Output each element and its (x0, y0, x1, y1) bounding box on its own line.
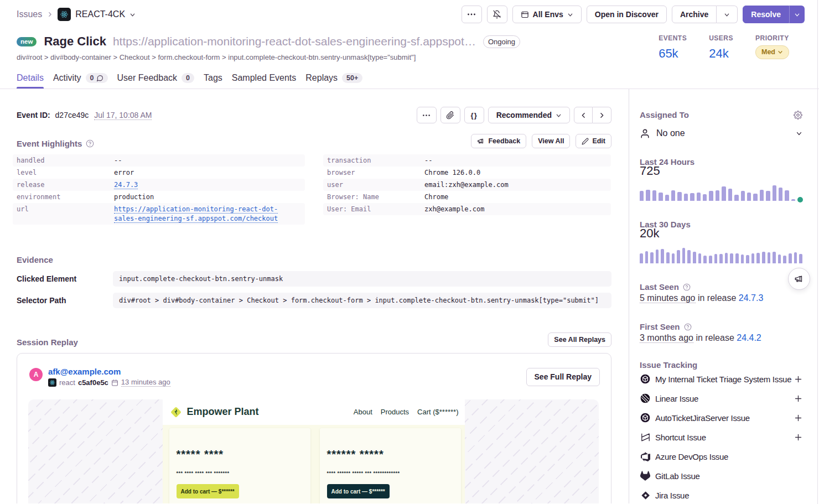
pencil-icon (582, 138, 589, 145)
assignee-selector[interactable]: No one (640, 128, 802, 139)
chevron-down-icon (777, 49, 783, 55)
tracking-item-gitlab[interactable]: GitLab Issue (640, 470, 802, 481)
breadcrumb-issues-link[interactable]: Issues (17, 9, 42, 19)
chart-bar (746, 255, 749, 264)
replay-user-link[interactable]: afk@example.com (48, 367, 170, 376)
azure-devops-icon (640, 452, 651, 461)
first-seen-release-link[interactable]: 24.4.2 (737, 333, 761, 342)
replayed-site: Empower Plant About Products Cart ($****… (163, 399, 465, 503)
open-in-discover-button[interactable]: Open in Discover (587, 6, 667, 23)
linear-icon (640, 393, 651, 404)
chart-bar (693, 252, 696, 263)
tab-replays[interactable]: Replays 50+ (305, 73, 362, 89)
replay-preview[interactable]: Empower Plant About Products Cart ($****… (28, 399, 599, 503)
chart-bar (741, 254, 744, 264)
kv-row: urlhttps://application-monitoring-react-… (13, 203, 305, 225)
last-seen-ago[interactable]: 5 minutes ago (640, 293, 696, 303)
first-seen-ago[interactable]: 3 months ago (640, 333, 693, 343)
event-more-button[interactable] (417, 107, 437, 123)
environment-selector[interactable]: All Envs (512, 6, 582, 23)
mute-button[interactable] (487, 6, 507, 23)
add-to-cart-button: Add to cart — $****** (177, 484, 239, 498)
floating-feedback-button[interactable] (788, 268, 810, 290)
chart-bar (719, 254, 723, 263)
priority-selector[interactable]: Med (755, 45, 789, 59)
add-issue-icon[interactable] (794, 414, 802, 422)
breadcrumb-project-selector[interactable]: REACT-4CK (58, 8, 136, 21)
event-json-button[interactable]: {} (464, 107, 484, 123)
more-actions-button[interactable] (462, 6, 482, 23)
chart-bar (703, 256, 707, 263)
events-stat-value[interactable]: 65k (659, 46, 687, 61)
event-sort-selector[interactable]: Recommended (488, 107, 570, 123)
release-link[interactable]: 24.7.3 (114, 181, 138, 189)
help-icon[interactable] (86, 139, 94, 148)
tracking-item-azure-devops[interactable]: Azure DevOps Issue (640, 451, 802, 462)
chart-bar (690, 193, 694, 201)
kv-row: User: Emailzxh@example.com (323, 203, 611, 215)
chart-bar (697, 193, 701, 201)
chart-bar (703, 194, 707, 201)
chart-bar (783, 256, 786, 263)
event-attachments-button[interactable] (440, 107, 460, 123)
highlights-view-all-button[interactable]: View All (532, 134, 570, 148)
chevron-down-icon (724, 12, 730, 18)
add-issue-icon[interactable] (794, 433, 802, 441)
tab-tags[interactable]: Tags (204, 73, 222, 89)
url-link[interactable]: https://application-monitoring-react-dot… (114, 205, 278, 223)
next-event-button[interactable] (593, 107, 611, 123)
help-icon[interactable] (683, 283, 691, 291)
help-icon[interactable] (684, 323, 692, 331)
chart-bar (756, 253, 760, 263)
chart-bar (789, 253, 792, 263)
replay-time-ago[interactable]: 13 minutes ago (121, 378, 170, 387)
highlights-edit-button[interactable]: Edit (576, 134, 611, 148)
last-seen-release-link[interactable]: 24.7.3 (739, 293, 763, 303)
breadcrumb: Issues REACT-4CK (17, 8, 136, 21)
archive-dropdown-button[interactable] (717, 6, 738, 23)
previous-event-button[interactable] (574, 107, 593, 123)
tracking-item-shortcut[interactable]: Shortcut Issue (640, 432, 802, 443)
tab-details[interactable]: Details (17, 73, 44, 89)
tracking-item-jira[interactable]: Jira Issue (640, 490, 802, 501)
chart-bar (659, 193, 662, 201)
chart-bar (735, 253, 739, 263)
issue-actions: All Envs Open in Discover Archive Resolv… (462, 6, 805, 23)
tracking-item-internal-triage[interactable]: My Internal Ticket Triage System Issue (640, 373, 802, 385)
add-issue-icon[interactable] (794, 394, 802, 403)
replay-id-link[interactable]: c5af0e5c (78, 378, 108, 387)
tracking-item-autoticketjiraserver[interactable]: AutoTicketJiraServer Issue (640, 412, 802, 423)
ticket-cube-icon (640, 412, 651, 423)
chart-bar (687, 250, 691, 263)
see-all-replays-button[interactable]: See All Replays (548, 332, 611, 347)
chart-bar (722, 186, 725, 201)
resolve-dropdown-button[interactable] (789, 6, 805, 23)
chevron-right-icon (598, 112, 605, 119)
issue-message: https://application-monitoring-react-dot… (113, 35, 476, 48)
clicked-element-value: input.complete-checkout-btn.sentry-unmas… (113, 271, 611, 287)
event-date[interactable]: Jul 17, 10:08 AM (94, 111, 152, 120)
gear-icon[interactable] (794, 111, 802, 119)
see-full-replay-button[interactable]: See Full Replay (526, 368, 600, 386)
megaphone-icon (477, 137, 485, 145)
tab-activity[interactable]: Activity 0 (53, 73, 108, 89)
users-stat-label: USERS (709, 34, 733, 42)
add-issue-icon[interactable] (794, 375, 802, 383)
resolve-button[interactable]: Resolve (743, 6, 789, 23)
kv-row: Browser: NameChrome (323, 191, 611, 203)
tracking-item-linear[interactable]: Linear Issue (640, 393, 802, 404)
last-24-hours-chart (640, 184, 802, 201)
kv-row: environmentproduction (13, 191, 305, 203)
chart-bar (762, 252, 765, 263)
archive-button[interactable]: Archive (672, 6, 717, 23)
tab-sampled-events[interactable]: Sampled Events (232, 73, 297, 89)
chart-bar (741, 191, 745, 201)
users-stat-value[interactable]: 24k (709, 46, 733, 61)
chart-bar (677, 250, 680, 263)
chart-bar (652, 190, 656, 201)
kv-row: release24.7.3 (13, 179, 305, 191)
issue-culprit: div#root > div#body-container > Checkout… (17, 53, 520, 61)
scrollbar-track[interactable] (817, 0, 818, 504)
highlights-feedback-button[interactable]: Feedback (471, 134, 526, 148)
tab-user-feedback[interactable]: User Feedback 0 (117, 73, 194, 89)
